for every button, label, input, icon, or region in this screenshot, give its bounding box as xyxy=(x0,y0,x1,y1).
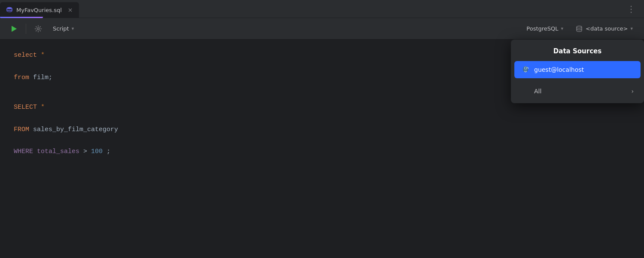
db-type-chevron-icon: ▾ xyxy=(561,26,564,31)
datasource-label: <data source> xyxy=(586,25,628,32)
keyword-from2: FROM xyxy=(14,126,29,133)
code-line-from2: FROM sales_by_film_category xyxy=(14,124,630,135)
svg-point-2 xyxy=(37,28,39,30)
dropdown-item-guest-localhost[interactable]: guest@localhost xyxy=(514,61,641,78)
keyword-star2: * xyxy=(41,104,45,111)
tab-close-button[interactable]: × xyxy=(68,6,73,13)
datasource-icon xyxy=(575,25,583,33)
keyword-star: * xyxy=(41,52,45,59)
value-100: 100 xyxy=(91,148,103,155)
svg-marker-1 xyxy=(12,26,17,32)
script-label: Script xyxy=(53,25,69,32)
keyword-where: WHERE xyxy=(14,148,33,155)
all-label: All xyxy=(521,88,627,95)
column-total-sales: total_sales xyxy=(37,148,79,155)
keyword-select2: SELECT xyxy=(14,104,37,111)
settings-button[interactable] xyxy=(31,22,45,36)
toolbar-divider xyxy=(26,24,26,34)
more-options-icon: ⋮ xyxy=(627,4,636,14)
play-icon xyxy=(10,25,18,33)
svg-point-3 xyxy=(577,26,582,28)
guest-localhost-label: guest@localhost xyxy=(534,66,634,73)
datasource-chevron-icon: ▾ xyxy=(630,26,633,31)
svg-point-7 xyxy=(525,68,526,68)
toolbar: Script ▾ PostgreSQL ▾ <data source> ▾ xyxy=(0,18,644,40)
svg-point-8 xyxy=(526,68,527,68)
db-type-label: PostgreSQL xyxy=(526,25,558,32)
dropdown-title: Data Sources xyxy=(511,40,644,60)
code-line-where: WHERE total_sales > 100 ; xyxy=(14,146,630,157)
db-type-selector[interactable]: PostgreSQL ▾ xyxy=(522,23,568,34)
keyword-select: select xyxy=(14,52,37,59)
postgresql-icon xyxy=(521,65,530,74)
svg-point-0 xyxy=(7,7,12,9)
code-line-select2: SELECT * xyxy=(14,102,630,113)
dropdown-item-all[interactable]: All › xyxy=(514,83,641,99)
database-icon xyxy=(6,6,13,13)
tab-bar: MyFavQuries.sql × ⋮ xyxy=(0,0,644,18)
datasource-selector[interactable]: <data source> ▾ xyxy=(571,23,637,35)
keyword-from: from xyxy=(14,74,29,81)
tab-scroll-indicator xyxy=(0,17,43,18)
script-selector[interactable]: Script ▾ xyxy=(49,24,78,34)
tab-file[interactable]: MyFavQuries.sql × xyxy=(0,2,79,18)
all-chevron-icon: › xyxy=(631,88,634,95)
tab-label: MyFavQuries.sql xyxy=(16,7,62,13)
toolbar-right: PostgreSQL ▾ <data source> ▾ xyxy=(522,23,637,35)
dropdown-bottom-padding xyxy=(511,100,644,103)
run-button[interactable] xyxy=(7,22,21,36)
line-spacer2 xyxy=(14,117,630,124)
data-sources-dropdown: Data Sources guest@localhost All › xyxy=(511,40,644,103)
gear-icon xyxy=(34,25,42,33)
line-spacer3 xyxy=(14,138,630,146)
dropdown-separator xyxy=(511,79,644,83)
more-options-button[interactable]: ⋮ xyxy=(619,0,644,18)
script-chevron-icon: ▾ xyxy=(72,26,74,31)
